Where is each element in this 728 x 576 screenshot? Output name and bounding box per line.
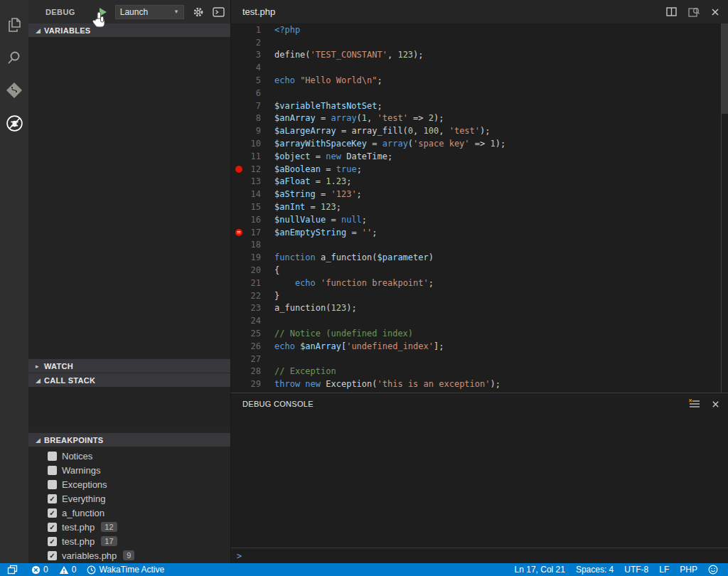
breakpoints-section-header[interactable]: ◢ BREAKPOINTS — [28, 433, 230, 447]
breakpoint-item[interactable]: ✓Everything — [28, 491, 230, 506]
code-line[interactable]: 3define('TEST_CONSTANT', 123); — [231, 49, 721, 62]
breakpoint-checkbox[interactable]: ✓ — [48, 508, 57, 518]
code-line[interactable]: 5echo "Hello World\n"; — [231, 74, 721, 87]
breakpoint-item[interactable]: Exceptions — [28, 477, 230, 491]
breakpoint-gutter[interactable] — [231, 36, 245, 49]
breakpoint-gutter[interactable] — [231, 289, 245, 302]
code-line[interactable]: 8$anArray = array(1, 'test' => 2); — [231, 112, 721, 125]
language-mode[interactable]: PHP — [680, 565, 697, 575]
code-line[interactable]: 10$arrayWithSpaceKey = array('space key'… — [231, 137, 721, 150]
code-line[interactable]: 18 — [231, 239, 721, 252]
warning-count[interactable]: 0 — [59, 565, 77, 575]
encoding-setting[interactable]: UTF-8 — [624, 565, 648, 575]
cursor-position[interactable]: Ln 17, Col 21 — [515, 565, 565, 575]
eol-setting[interactable]: LF — [659, 565, 669, 575]
breakpoint-item[interactable]: Warnings — [28, 463, 230, 477]
breakpoint-gutter[interactable] — [231, 23, 245, 36]
breakpoint-checkbox[interactable]: ✓ — [48, 494, 57, 503]
code-line[interactable]: 29throw new Exception('this is an except… — [231, 378, 721, 390]
breakpoint-icon[interactable] — [235, 166, 242, 173]
breakpoint-gutter[interactable] — [231, 100, 245, 112]
search-icon[interactable] — [0, 41, 28, 74]
breakpoint-gutter[interactable] — [231, 61, 245, 74]
breakpoint-checkbox[interactable]: ✓ — [48, 523, 57, 532]
breakpoint-checkbox[interactable]: ✓ — [48, 537, 57, 546]
editor-scrollbar[interactable] — [721, 23, 728, 393]
breakpoint-checkbox[interactable] — [48, 452, 57, 461]
code-line[interactable]: 17$anEmptyString = ''; — [231, 226, 721, 239]
code-line[interactable]: 21 echo 'function breakpoint'; — [231, 277, 721, 289]
code-line[interactable]: 14$aString = '123'; — [231, 188, 721, 201]
code-line[interactable]: 20{ — [231, 264, 721, 277]
breakpoint-gutter[interactable] — [231, 112, 245, 125]
close-panel-icon[interactable] — [712, 400, 719, 408]
code-line[interactable]: 19function a_function($parameter) — [231, 251, 721, 264]
code-line[interactable]: 25// Notice (undefined index) — [231, 327, 721, 340]
remote-window-icon[interactable] — [7, 565, 21, 575]
watch-section-header[interactable]: ▸ WATCH — [28, 359, 230, 373]
code-line[interactable]: 27 — [231, 353, 721, 366]
code-line[interactable]: 23a_function(123); — [231, 302, 721, 315]
breakpoint-gutter[interactable] — [231, 188, 245, 201]
code-line[interactable]: 1<?php — [231, 23, 721, 36]
code-line[interactable]: 24 — [231, 314, 721, 327]
breakpoint-item[interactable]: ✓test.php17 — [28, 534, 230, 548]
breakpoint-gutter[interactable] — [231, 150, 245, 163]
feedback-smiley-icon[interactable] — [708, 565, 721, 575]
indentation-setting[interactable]: Spaces: 4 — [576, 565, 614, 575]
breakpoint-gutter[interactable] — [231, 251, 245, 264]
breakpoint-checkbox[interactable]: ✓ — [48, 551, 57, 560]
call-stack-section-header[interactable]: ◢ CALL STACK — [28, 373, 230, 387]
source-control-icon[interactable] — [0, 74, 28, 107]
code-line[interactable]: 12$aBoolean = true; — [231, 163, 721, 176]
code-line[interactable]: 16$nullValue = null; — [231, 213, 721, 226]
breakpoint-item[interactable]: ✓variables.php9 — [28, 548, 230, 562]
breakpoint-gutter[interactable] — [231, 87, 245, 100]
toggle-debug-console-icon[interactable] — [213, 7, 225, 17]
breakpoint-gutter[interactable] — [231, 201, 245, 213]
files-icon[interactable] — [0, 9, 28, 41]
code-lines[interactable]: 1<?php23define('TEST_CONSTANT', 123);45e… — [231, 23, 721, 393]
breakpoint-gutter[interactable] — [231, 340, 245, 353]
close-editor-icon[interactable] — [711, 8, 719, 16]
debug-icon[interactable] — [0, 107, 28, 139]
code-line[interactable]: 4 — [231, 61, 721, 74]
breakpoint-gutter[interactable] — [231, 327, 245, 340]
breakpoint-gutter[interactable] — [231, 137, 245, 150]
open-preview-icon[interactable] — [688, 7, 700, 17]
breakpoint-gutter[interactable] — [231, 366, 245, 378]
clear-console-icon[interactable] — [689, 399, 700, 409]
code-line[interactable]: 11$object = new DateTime; — [231, 150, 721, 163]
breakpoint-gutter[interactable] — [231, 239, 245, 252]
breakpoint-gutter[interactable] — [231, 277, 245, 289]
breakpoint-gutter[interactable] — [231, 213, 245, 226]
code-line[interactable]: 9$aLargeArray = array_fill(0, 100, 'test… — [231, 124, 721, 137]
launch-configuration-dropdown[interactable]: Launch ▼ — [115, 5, 184, 19]
code-line[interactable]: 15$anInt = 123; — [231, 201, 721, 213]
code-line[interactable]: 2 — [231, 36, 721, 49]
debug-console-input[interactable]: > — [231, 548, 728, 563]
breakpoint-gutter[interactable] — [231, 264, 245, 277]
split-editor-icon[interactable] — [666, 7, 677, 16]
wakatime-status[interactable]: WakaTime Active — [87, 565, 164, 575]
error-count[interactable]: 0 — [31, 565, 48, 575]
code-line[interactable]: 13$aFloat = 1.23; — [231, 176, 721, 188]
code-line[interactable]: 22} — [231, 289, 721, 302]
breakpoint-gutter[interactable] — [231, 176, 245, 188]
breakpoint-checkbox[interactable] — [48, 466, 57, 475]
breakpoint-gutter[interactable] — [231, 124, 245, 137]
code-line[interactable]: 7$variableThatsNotSet; — [231, 100, 721, 112]
code-line[interactable]: 28// Exception — [231, 366, 721, 378]
breakpoint-gutter[interactable] — [231, 353, 245, 366]
breakpoint-gutter[interactable] — [231, 74, 245, 87]
breakpoint-item[interactable]: ✓a_function — [28, 506, 230, 520]
breakpoint-gutter[interactable] — [231, 302, 245, 315]
configure-gear-icon[interactable] — [193, 6, 204, 18]
breakpoint-gutter[interactable] — [231, 378, 245, 390]
code-line[interactable]: 6 — [231, 87, 721, 100]
code-line[interactable]: 26echo $anArray['undefined_index']; — [231, 340, 721, 353]
scrollbar-thumb[interactable] — [722, 23, 728, 114]
breakpoint-item[interactable]: Notices — [28, 449, 230, 463]
breakpoint-checkbox[interactable] — [48, 480, 57, 489]
conditional-breakpoint-icon[interactable] — [235, 229, 242, 236]
